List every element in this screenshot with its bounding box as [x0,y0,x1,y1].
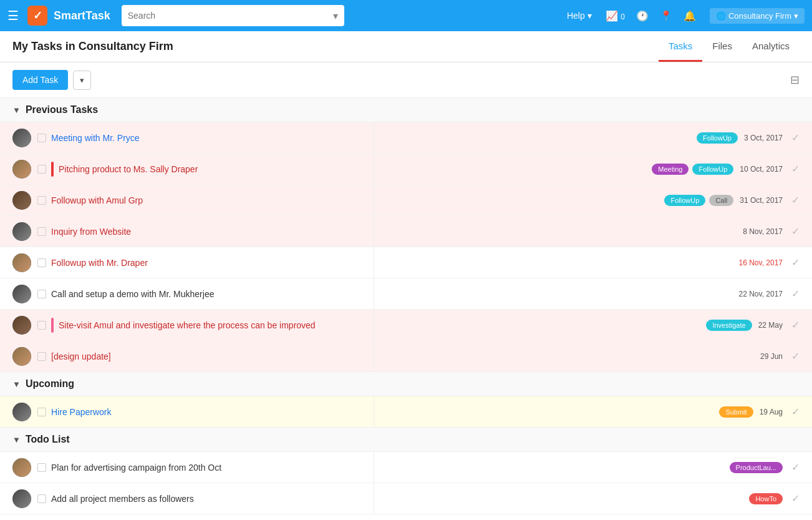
filter-icon[interactable]: ⊟ [790,74,800,86]
task-checkbox[interactable] [37,165,46,174]
complete-icon[interactable]: ✓ [791,194,800,206]
tag-followup[interactable]: FollowUp [692,164,733,175]
task-checkbox[interactable] [37,196,46,205]
avatar [12,222,31,241]
section-todo[interactable]: ▼ Todo List [0,428,812,452]
notification-icon[interactable]: 🔔 [684,10,696,22]
task-name[interactable]: Plan for advertising campaign from 20th … [51,463,367,473]
complete-icon[interactable]: ✓ [791,257,800,268]
task-checkbox[interactable] [37,258,46,267]
task-date: 16 Nov, 2017 [739,258,783,267]
tag-followup[interactable]: FollowUp [697,132,738,144]
tab-analytics[interactable]: Analytics [742,32,800,62]
tag-howto[interactable]: HowTo [749,493,783,504]
avatar [12,160,31,179]
section-collapse-icon: ▼ [12,105,21,115]
task-name-col: Site-visit Amul and investigate where th… [12,310,374,340]
search-input[interactable] [128,11,329,21]
section-title-previous: Previous Tasks [26,104,98,115]
tag-investigate[interactable]: Investigate [706,320,752,331]
complete-icon[interactable]: ✓ [791,493,800,504]
complete-icon[interactable]: ✓ [791,461,800,473]
section-upcoming[interactable]: ▼ Upcoming [0,372,812,396]
help-dropdown-icon: ▾ [587,11,592,21]
location-icon[interactable]: 📍 [660,10,672,22]
section-collapse-icon: ▼ [12,380,21,389]
subheader: My Tasks in Consultancy Firm Tasks Files… [0,31,812,62]
task-name[interactable]: Meeting with Mr. Pryce [51,133,367,143]
tag-productlaunch[interactable]: ProductLau... [730,462,783,473]
task-dropdown-button[interactable]: ▾ [73,71,91,90]
task-checkbox[interactable] [37,408,46,416]
task-name[interactable]: [design update] [51,351,367,361]
complete-icon[interactable]: ✓ [791,225,800,237]
task-details-col: 16 Nov, 2017 ✓ [374,257,800,268]
task-name[interactable]: Site-visit Amul and investigate where th… [59,320,367,330]
complete-icon[interactable]: ✓ [791,163,800,175]
task-meta: HowTo ✓ [749,493,800,504]
search-dropdown-icon[interactable]: ▾ [333,10,338,22]
task-details-col: 8 Nov, 2017 ✓ [374,225,800,237]
task-checkbox[interactable] [37,227,46,236]
task-name[interactable]: Call and setup a demo with Mr. Mukherjee [51,289,367,299]
task-checkbox[interactable] [37,290,46,298]
task-details-col: 22 Nov, 2017 ✓ [374,288,800,300]
tab-files[interactable]: Files [702,32,742,62]
task-name[interactable]: Hire Paperwork [51,407,367,417]
avatar [12,129,31,147]
task-name[interactable]: Add all project members as followers [51,494,367,504]
task-name-col: Hire Paperwork [12,396,374,427]
task-date: 19 Aug [760,408,783,416]
trending-icon[interactable]: 📈 0 [606,10,625,22]
table-row: Plan for advertising campaign from 20th … [0,452,812,483]
task-date: 22 May [758,321,783,330]
priority-bar [51,162,54,177]
task-name[interactable]: Followup with Mr. Draper [51,258,367,268]
task-checkbox[interactable] [37,321,46,330]
tag-followup[interactable]: FollowUp [664,195,705,206]
tag-call[interactable]: Call [709,195,733,206]
hamburger-icon[interactable]: ☰ [7,8,19,23]
section-title-upcoming: Upcoming [26,378,74,390]
task-name[interactable]: Followup with Amul Grp [51,195,367,205]
section-previous-tasks[interactable]: ▼ Previous Tasks [0,98,812,122]
section-title-todo: Todo List [26,434,70,445]
toolbar-right: ⊟ [790,73,800,87]
complete-icon[interactable]: ✓ [791,319,800,331]
complete-icon[interactable]: ✓ [791,288,800,300]
search-bar[interactable]: ▾ [122,5,344,26]
section-collapse-icon: ▼ [12,435,21,444]
task-details-col: FollowUp Call 31 Oct, 2017 ✓ [374,194,800,206]
clock-icon[interactable]: 🕐 [636,10,649,22]
task-checkbox[interactable] [37,134,46,142]
help-menu[interactable]: Help ▾ [567,11,592,21]
task-details-col: HowTo ✓ [374,493,800,504]
task-checkbox[interactable] [37,352,46,361]
complete-icon[interactable]: ✓ [791,132,800,144]
avatar [12,316,31,335]
avatar [12,403,31,421]
task-checkbox[interactable] [37,494,46,503]
task-name-col: [design update] [12,341,374,371]
add-task-button[interactable]: Add Task [12,70,68,90]
tag-submit[interactable]: Submit [719,406,753,418]
task-name-col: Meeting with Mr. Pryce [12,122,374,153]
complete-icon[interactable]: ✓ [791,350,800,362]
task-details-col: Investigate 22 May ✓ [374,319,800,331]
task-checkbox[interactable] [37,463,46,472]
tag-meeting[interactable]: Meeting [652,164,689,175]
task-meta: 22 Nov, 2017 ✓ [737,288,800,300]
complete-icon[interactable]: ✓ [791,406,800,418]
tab-tasks[interactable]: Tasks [659,32,702,62]
task-date: 8 Nov, 2017 [743,227,783,236]
logo-icon: ✓ [27,6,47,26]
task-name[interactable]: Pitching product to Ms. Sally Draper [59,164,367,174]
task-name[interactable]: Inquiry from Website [51,227,367,237]
task-name-col: Pitching product to Ms. Sally Draper [12,154,374,184]
tabs: Tasks Files Analytics [659,32,800,61]
table-row: Hire Paperwork Submit 19 Aug ✓ [0,396,812,428]
task-list-wrapper: ▼ Previous Tasks Meeting with Mr. Pryce … [0,98,812,520]
task-name-col: Plan for advertising campaign from 20th … [12,452,374,483]
task-meta: 16 Nov, 2017 ✓ [737,257,800,268]
firm-menu[interactable]: 🌐 Consultancy Firm ▾ [710,8,805,24]
